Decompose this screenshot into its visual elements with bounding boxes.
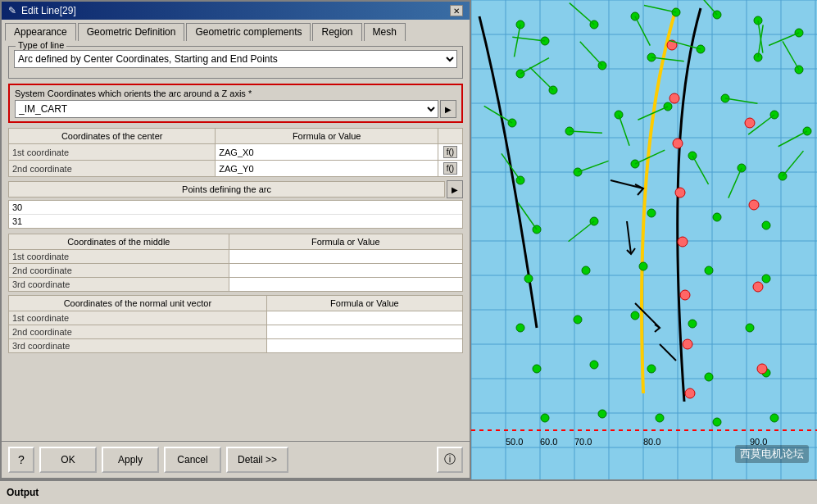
points-header-row: Points defining the arc ▶	[8, 180, 463, 198]
center-1st-value[interactable]	[216, 144, 438, 161]
normal-1st-label: 1st coordinate	[9, 311, 267, 325]
cancel-button[interactable]: Cancel	[164, 447, 221, 473]
detail-button[interactable]: Detail >>	[226, 447, 288, 473]
table-row: 2nd coordinate	[9, 264, 463, 278]
grid-canvas	[471, 0, 817, 479]
center-col-header: Coordinates of the center	[9, 129, 216, 144]
normal-formula-header: Formula or Value	[266, 296, 462, 311]
dialog-button-bar: ? OK Apply Cancel Detail >> ⓘ	[2, 441, 470, 478]
middle-coords-table: Coordinates of the middle Formula or Val…	[8, 234, 463, 292]
dialog-title-icon: ✎	[8, 5, 16, 16]
system-coords-label: System Coordinates which orients the arc…	[15, 89, 456, 98]
center-2nd-label: 2nd coordinate	[9, 161, 216, 177]
output-bar: Output	[0, 479, 817, 504]
tab-geometric-definition[interactable]: Geometric Definition	[78, 23, 185, 41]
middle-3rd-label: 3rd coordinate	[9, 278, 229, 292]
center-1st-label: 1st coordinate	[9, 144, 216, 161]
points-header: Points defining the arc	[8, 181, 445, 198]
system-coords-row: _IM_CART ▶	[15, 100, 456, 118]
type-of-line-group: Type of line Arc defined by Center Coord…	[8, 46, 463, 79]
normal-3rd-value[interactable]	[266, 339, 462, 353]
center-2nd-func[interactable]: f()	[438, 161, 463, 177]
table-row: 3rd coordinate	[9, 278, 463, 292]
ok-button[interactable]: OK	[39, 447, 97, 473]
middle-formula-header: Formula or Value	[229, 234, 462, 250]
type-of-line-label: Type of line	[16, 41, 66, 50]
list-item[interactable]: 31	[9, 215, 462, 228]
normal-col-header: Coordinates of the normal unit vector	[9, 296, 267, 311]
system-coords-select[interactable]: _IM_CART	[15, 100, 438, 118]
system-coords-group: System Coordinates which orients the arc…	[8, 84, 463, 123]
dialog-content: Type of line Arc defined by Center Coord…	[2, 41, 470, 441]
normal-2nd-label: 2nd coordinate	[9, 325, 267, 339]
info-button[interactable]: ⓘ	[437, 447, 463, 473]
output-label: Output	[7, 487, 39, 498]
type-of-line-select[interactable]: Arc defined by Center Coordinates, Start…	[14, 50, 457, 68]
help-button[interactable]: ?	[8, 447, 34, 473]
middle-3rd-value[interactable]	[229, 278, 462, 292]
points-play-button[interactable]: ▶	[447, 180, 463, 198]
table-row: 3rd coordinate	[9, 339, 463, 353]
center-formula-header: Formula or Value	[216, 129, 438, 144]
table-row: 2nd coordinate	[9, 325, 463, 339]
system-coords-play-button[interactable]: ▶	[440, 100, 456, 118]
center-1st-func[interactable]: f()	[438, 144, 463, 161]
middle-1st-label: 1st coordinate	[9, 250, 229, 264]
middle-1st-value[interactable]	[229, 250, 462, 264]
table-row: 2nd coordinate f()	[9, 161, 463, 177]
edit-line-dialog: ✎ Edit Line[29] ✕ Appearance Geometric D…	[0, 0, 471, 479]
type-of-line-row: Arc defined by Center Coordinates, Start…	[14, 50, 457, 68]
apply-button[interactable]: Apply	[102, 447, 159, 473]
normal-1st-value[interactable]	[266, 311, 462, 325]
tab-bar: Appearance Geometric Definition Geometri…	[2, 20, 470, 41]
center-func-header	[438, 129, 463, 144]
close-button[interactable]: ✕	[450, 5, 463, 16]
tab-appearance[interactable]: Appearance	[5, 23, 76, 41]
normal-2nd-value[interactable]	[266, 325, 462, 339]
table-row: 1st coordinate f()	[9, 144, 463, 161]
tab-region[interactable]: Region	[312, 23, 361, 41]
normal-coords-table: Coordinates of the normal unit vector Fo…	[8, 295, 463, 353]
watermark: 西莫电机论坛	[735, 445, 809, 463]
dialog-titlebar: ✎ Edit Line[29] ✕	[2, 2, 470, 20]
normal-3rd-label: 3rd coordinate	[9, 339, 267, 353]
middle-2nd-value[interactable]	[229, 264, 462, 278]
dialog-title-text: Edit Line[29]	[21, 5, 76, 16]
tab-mesh[interactable]: Mesh	[364, 23, 406, 41]
tab-geometric-complements[interactable]: Geometric complements	[186, 23, 311, 41]
table-row: 1st coordinate	[9, 311, 463, 325]
center-2nd-value[interactable]	[216, 161, 438, 177]
canvas-panel: 西莫电机论坛	[471, 0, 817, 479]
center-coords-table: Coordinates of the center Formula or Val…	[8, 128, 463, 177]
list-item[interactable]: 30	[9, 201, 462, 215]
middle-col-header: Coordinates of the middle	[9, 234, 229, 250]
middle-2nd-label: 2nd coordinate	[9, 264, 229, 278]
table-row: 1st coordinate	[9, 250, 463, 264]
points-list: 30 31	[8, 200, 463, 229]
